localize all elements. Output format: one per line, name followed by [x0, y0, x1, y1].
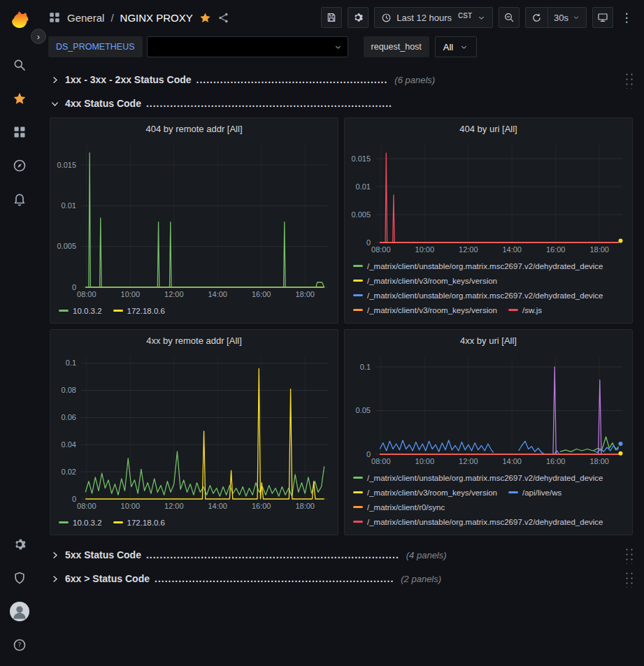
legend-item[interactable]: /_matrix/client/r0/sync: [353, 503, 445, 512]
breadcrumb-dashboard-title[interactable]: NGINX PROXY: [120, 12, 193, 24]
sidebar-item-alerting[interactable]: [4, 184, 35, 214]
row-title: 6xx > Status Code: [65, 573, 150, 584]
panel-header[interactable]: 4xx by remote addr [All]: [50, 330, 338, 351]
panel-header[interactable]: 404 by remote addr [All]: [50, 118, 338, 139]
legend-item[interactable]: /_matrix/client/unstable/org.matrix.msc2…: [353, 518, 603, 526]
row-4xx-status-code[interactable]: 4xx Status Code ........................…: [50, 94, 633, 113]
svg-text:08:00: 08:00: [77, 502, 96, 510]
top-navbar: General / NGINX PROXY: [38, 0, 644, 35]
grafana-logo[interactable]: [8, 7, 31, 33]
save-icon: [326, 12, 337, 23]
time-series-chart[interactable]: 00.0050.010.01508:0010:0012:0014:0016:00…: [345, 139, 632, 256]
chart-legend: /_matrix/client/unstable/org.matrix.msc2…: [345, 468, 632, 535]
sidebar-item-configuration[interactable]: [4, 530, 35, 559]
sidebar-item-help[interactable]: ?: [4, 630, 35, 660]
dashboard-settings-button[interactable]: [348, 7, 368, 28]
row-1xx-3xx-2xx-status-code[interactable]: 1xx - 3xx - 2xx Status Code ............…: [50, 70, 633, 89]
svg-text:0.04: 0.04: [62, 440, 76, 449]
panel-title: 4xx by remote addr [All]: [146, 335, 242, 346]
chevron-down-icon: [572, 13, 580, 22]
svg-text:18:00: 18:00: [589, 457, 609, 465]
row-title-dots: ........................................…: [146, 98, 392, 109]
svg-text:12:00: 12:00: [164, 502, 184, 510]
zoom-out-icon: [503, 12, 515, 23]
request-host-value-text: All: [443, 42, 453, 52]
legend-item[interactable]: 10.0.3.2: [59, 307, 102, 315]
tv-mode-button[interactable]: [592, 7, 613, 28]
panel-header[interactable]: 404 by uri [All]: [345, 118, 632, 139]
legend-item[interactable]: 10.0.3.2: [59, 519, 102, 527]
kebab-menu-icon[interactable]: ⋮: [619, 10, 634, 25]
svg-text:0.01: 0.01: [356, 182, 371, 191]
row-5xx-status-code[interactable]: 5xx Status Code ........................…: [50, 545, 633, 565]
time-series-chart[interactable]: 00.0050.010.01508:0010:0012:0014:0016:00…: [50, 139, 338, 301]
refresh-interval-dropdown[interactable]: 30s: [548, 8, 586, 27]
toolbar: Last 12 hours CST: [321, 7, 634, 28]
save-dashboard-button[interactable]: [321, 7, 342, 28]
sidebar-item-profile[interactable]: [4, 597, 35, 626]
time-series-chart[interactable]: 00.050.108:0010:0012:0014:0016:0018:00: [345, 351, 632, 468]
legend-item[interactable]: /sw.js: [508, 306, 542, 314]
time-range-picker[interactable]: Last 12 hours CST: [374, 7, 493, 28]
sidebar-item-search[interactable]: [4, 50, 35, 80]
svg-text:12:00: 12:00: [459, 245, 478, 254]
svg-text:?: ?: [17, 641, 21, 649]
legend-item[interactable]: /_matrix/client/unstable/org.matrix.msc2…: [353, 474, 603, 482]
sidebar-item-starred[interactable]: [4, 84, 35, 113]
chart-legend: 10.0.3.2172.18.0.6: [50, 513, 338, 535]
legend-item[interactable]: /_matrix/client/unstable/org.matrix.msc2…: [353, 262, 603, 270]
chevron-right-icon: [50, 75, 65, 85]
legend-item[interactable]: /_matrix/client/unstable/org.matrix.msc2…: [353, 291, 603, 300]
sidebar-expand-button[interactable]: ›: [31, 29, 46, 44]
refresh-interval-label: 30s: [554, 13, 568, 23]
search-icon: [13, 58, 27, 72]
svg-text:0: 0: [72, 283, 76, 291]
chart-svg: 00.0050.010.01508:0010:0012:0014:0016:00…: [345, 139, 632, 256]
request-host-variable-value[interactable]: All: [435, 36, 477, 57]
time-range-label: Last 12 hours: [396, 13, 452, 23]
legend-item[interactable]: 172.18.0.6: [113, 307, 165, 315]
legend-item[interactable]: /api/live/ws: [508, 488, 561, 497]
sidebar-item-dashboards[interactable]: [4, 117, 35, 147]
legend-item[interactable]: /_matrix/client/v3/room_keys/version: [353, 306, 497, 314]
help-icon: ?: [13, 638, 27, 652]
grafana-flame-icon: [8, 7, 31, 31]
datasource-variable-value[interactable]: [147, 36, 348, 57]
chevron-down-icon: [477, 13, 486, 22]
share-icon[interactable]: [217, 12, 229, 24]
row-panel-count: (6 panels): [394, 75, 435, 85]
svg-text:10:00: 10:00: [415, 457, 435, 465]
svg-text:0.1: 0.1: [66, 359, 76, 367]
favorite-star-icon[interactable]: [199, 12, 211, 24]
refresh-button[interactable]: [526, 8, 548, 27]
sidebar-item-explore[interactable]: [4, 151, 35, 180]
time-series-chart[interactable]: 00.020.040.060.080.108:0010:0012:0014:00…: [50, 351, 338, 513]
row-drag-handle[interactable]: [623, 546, 633, 564]
variable-request-host: request_host All: [364, 36, 478, 57]
chart-legend: 10.0.3.2172.18.0.6: [50, 301, 338, 323]
datasource-variable-label[interactable]: DS_PROMETHEUS: [48, 36, 143, 57]
legend-item[interactable]: /_matrix/client/v3/room_keys/version: [353, 488, 497, 497]
svg-text:16:00: 16:00: [546, 245, 566, 254]
panel-header[interactable]: 4xx by uri [All]: [345, 330, 632, 351]
chevron-down-icon: [334, 43, 343, 52]
breadcrumb-section[interactable]: General: [67, 12, 104, 24]
svg-text:0.05: 0.05: [356, 406, 371, 414]
legend-item[interactable]: /_matrix/client/v3/room_keys/version: [353, 277, 497, 285]
dashboard-variables-bar: DS_PROMETHEUS request_host All: [38, 35, 644, 64]
dashboard-canvas: 1xx - 3xx - 2xx Status Code ............…: [38, 64, 644, 666]
svg-text:0: 0: [366, 450, 371, 458]
breadcrumb: General / NGINX PROXY: [48, 11, 229, 24]
row-drag-handle[interactable]: [623, 570, 633, 588]
panel-404-by-uri: 404 by uri [All] 00.0050.010.01508:0010:…: [344, 117, 633, 324]
zoom-out-time-button[interactable]: [499, 7, 520, 28]
legend-item[interactable]: 172.18.0.6: [113, 519, 165, 527]
gear-icon: [352, 12, 364, 23]
request-host-variable-label[interactable]: request_host: [364, 36, 429, 57]
apps-grid-icon: [13, 125, 27, 139]
row-drag-handle[interactable]: [623, 71, 633, 89]
shield-icon: [13, 571, 27, 585]
row-6xx-status-code[interactable]: 6xx > Status Code ......................…: [50, 569, 633, 588]
sidebar-item-server-admin[interactable]: [4, 563, 35, 593]
svg-text:0.06: 0.06: [62, 413, 76, 421]
